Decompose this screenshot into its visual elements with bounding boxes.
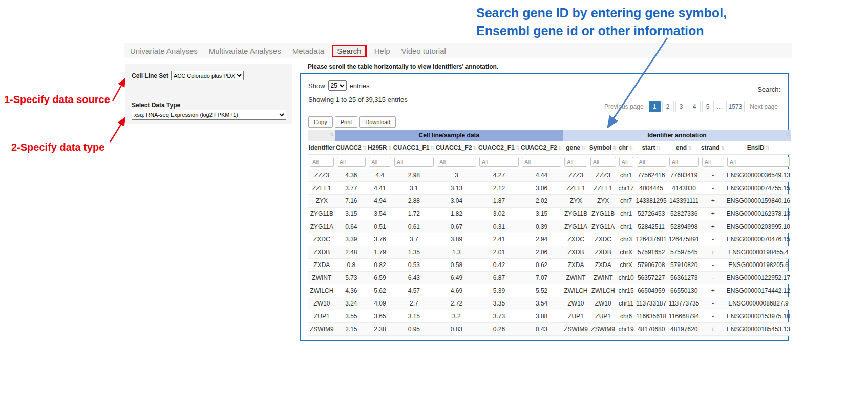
cell-end: 56361273 xyxy=(668,272,701,284)
red-arrow-data-type xyxy=(110,118,125,142)
filter-input-cuacc2-f1[interactable] xyxy=(479,157,519,167)
filter-input-cuacc2[interactable] xyxy=(337,157,366,167)
column-label: CUACC2_F2 xyxy=(521,144,557,151)
nav-item-multivariate-analyses[interactable]: Multivariate Analyses xyxy=(203,47,287,55)
column-header-cuacc1-f1[interactable]: CUACC1_F1⇅ xyxy=(393,141,435,155)
cell-strand: + xyxy=(701,208,726,220)
cell-symbol: ZXDA xyxy=(589,259,618,272)
sort-icon: ⇅ xyxy=(388,145,392,151)
cell-cuacc2: 7.16 xyxy=(335,195,367,208)
cell-cuacc1-f1: 2.98 xyxy=(393,169,435,182)
filter-input-ensid[interactable] xyxy=(727,157,790,167)
cell-end: 77683419 xyxy=(668,169,701,182)
top-annotation-line2: Ensembl gene id or other information xyxy=(476,22,727,40)
cell-strand: - xyxy=(701,259,726,272)
cell-cuacc1-f2: 1.3 xyxy=(435,246,478,259)
table-body: ZZZ34.364.42.9834.274.44ZZZ3ZZZ3chr17756… xyxy=(308,169,791,336)
filter-cell-cuacc1-f1 xyxy=(393,155,435,169)
cell-strand: - xyxy=(701,272,726,284)
column-header-cuacc2-f2[interactable]: CUACC2_F2⇅ xyxy=(520,141,563,155)
column-header-cuacc2-f1[interactable]: CUACC2_F1⇅ xyxy=(478,141,520,155)
cell-gene: ZW10 xyxy=(563,297,589,310)
cell-cuacc2-f1: 2.41 xyxy=(478,233,520,246)
filter-input-strand[interactable] xyxy=(702,157,724,167)
cell-cuacc1-f2: 4.69 xyxy=(435,284,478,297)
cell-cuacc1-f1: 0.53 xyxy=(393,259,435,272)
cell-end: 52827336 xyxy=(668,208,701,220)
table-row: ZYX7.164.942.883.041.872.02ZYXZYXchr7143… xyxy=(308,195,791,208)
page-button-4[interactable]: 4 xyxy=(689,101,701,112)
column-header-ensid[interactable]: EnsID⇅ xyxy=(726,141,791,155)
table-search-input[interactable] xyxy=(693,84,753,95)
top-annotation: Search gene ID by entering gene symbol, … xyxy=(476,4,727,40)
filter-input-cuacc2-f2[interactable] xyxy=(522,157,561,167)
cell-cuacc1-f1: 4.57 xyxy=(393,284,435,297)
next-page-button[interactable]: Next page xyxy=(746,101,781,112)
nav-item-search[interactable]: Search xyxy=(332,45,367,57)
cell-cuacc1-f2: 3.2 xyxy=(435,310,478,323)
data-type-select[interactable]: xsq: RNA-seq Expression (log2 FPKM+1) xyxy=(132,110,286,120)
cell-h295r: 4.41 xyxy=(367,182,393,195)
cell-symbol: ZYX xyxy=(589,195,618,208)
cell-symbol: ZSWIM9 xyxy=(589,323,618,336)
cell-chr: chr10 xyxy=(618,272,635,284)
filter-input-symbol[interactable] xyxy=(590,157,616,167)
cell-strand: + xyxy=(701,323,726,336)
cell-cuacc1-f2: 0.58 xyxy=(435,259,478,272)
column-header-start[interactable]: start⇅ xyxy=(635,141,668,155)
nav-bar: Univariate AnalysesMultivariate Analyses… xyxy=(124,43,792,58)
cell-chr: chr1 xyxy=(618,220,635,233)
table-row: ZZEF13.774.413.13.132.123.06ZZEF1ZZEF1ch… xyxy=(308,182,791,195)
cell-symbol: ZWILCH xyxy=(589,284,618,297)
filter-input-start[interactable] xyxy=(637,157,666,167)
column-header-h295r[interactable]: H295R⇅ xyxy=(367,141,393,155)
nav-item-help[interactable]: Help xyxy=(369,47,396,55)
page-button-5[interactable]: 5 xyxy=(702,101,714,112)
column-header-chr[interactable]: chr⇅ xyxy=(618,141,635,155)
cell-cuacc2: 4.36 xyxy=(335,169,367,182)
cell-symbol: ZZEF1 xyxy=(589,182,618,195)
cell-start: 48170680 xyxy=(635,323,668,336)
copy-button[interactable]: Copy xyxy=(308,116,333,128)
cell-line-set-label: Cell Line Set xyxy=(132,72,168,79)
nav-item-metadata[interactable]: Metadata xyxy=(287,47,330,55)
cell-cuacc2-f1: 4.27 xyxy=(478,169,520,182)
column-header-strand[interactable]: strand⇅ xyxy=(701,141,726,155)
page-button-1573[interactable]: 1573 xyxy=(726,101,745,112)
filter-input-end[interactable] xyxy=(669,157,699,167)
nav-item-univariate-analyses[interactable]: Univariate Analyses xyxy=(124,47,203,55)
cell-identifier: ZYX xyxy=(308,195,335,208)
page-button-1[interactable]: 1 xyxy=(649,101,661,112)
page-button-3[interactable]: 3 xyxy=(675,101,687,112)
group-header-label: Identifier annotation xyxy=(647,132,706,139)
column-header-symbol[interactable]: Symbol⇅ xyxy=(589,141,618,155)
nav-item-video-tutorial[interactable]: Video tutorial xyxy=(396,47,452,55)
download-button[interactable]: Download xyxy=(359,116,396,128)
filter-input-h295r[interactable] xyxy=(369,157,391,167)
cell-cuacc2-f2: 2.06 xyxy=(520,246,563,259)
cell-start: 57906708 xyxy=(635,259,668,272)
page-length-select[interactable]: 25 xyxy=(328,80,347,91)
cell-line-set-select[interactable]: ACC Colorado plus PDX xyxy=(171,71,244,80)
cell-end: 48197620 xyxy=(668,323,701,336)
cell-cuacc2-f2: 3.88 xyxy=(520,310,563,323)
print-button[interactable]: Print xyxy=(335,116,358,128)
column-header-cuacc1-f2[interactable]: CUACC1_F2⇅ xyxy=(435,141,478,155)
sort-icon: ⇅ xyxy=(612,145,617,151)
cell-symbol: ZXDB xyxy=(589,246,618,259)
column-header-end[interactable]: end⇅ xyxy=(668,141,701,155)
column-header-cuacc2[interactable]: CUACC2⇅ xyxy=(335,141,367,155)
filter-input-cuacc1-f2[interactable] xyxy=(437,157,476,167)
cell-strand: - xyxy=(701,182,726,195)
previous-page-button[interactable]: Previous page xyxy=(601,101,647,112)
filter-input-chr[interactable] xyxy=(619,157,633,167)
filter-input-identifier[interactable] xyxy=(310,157,334,167)
cell-end: 4143030 xyxy=(668,182,701,195)
page-button-2[interactable]: 2 xyxy=(662,101,674,112)
filter-input-cuacc1-f1[interactable] xyxy=(394,157,434,167)
column-label: Identifier xyxy=(309,144,335,151)
filter-input-gene[interactable] xyxy=(564,157,587,167)
column-header-identifier[interactable]: Identifier xyxy=(308,141,335,155)
column-header-gene[interactable]: gene⇅ xyxy=(563,141,589,155)
cell-chr: chr7 xyxy=(618,195,635,208)
